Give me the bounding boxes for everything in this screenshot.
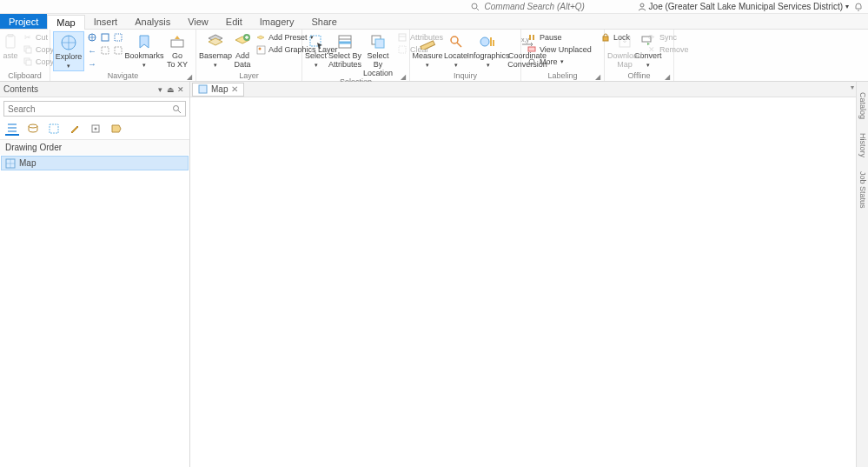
ribbon: aste ✂Cut Copy Copy Path Clipboard Explo… [0,30,868,82]
tab-map[interactable]: Map [47,15,84,30]
group-clipboard-label: Clipboard [3,71,47,81]
group-offline-label: Offline [607,71,671,81]
list-by-labeling-button[interactable] [109,122,123,136]
tab-edit[interactable]: Edit [217,14,251,29]
view-tab-strip-menu[interactable]: ▾ [851,83,854,91]
side-tab-catalog[interactable]: Catalog [858,89,867,123]
list-by-snapping-button[interactable] [89,122,103,136]
list-by-source-button[interactable] [26,122,40,136]
download-map-button[interactable]: Download Map [607,31,642,69]
nav-prev-extent[interactable]: ← [86,44,98,57]
map-icon [198,84,208,94]
svg-line-1 [476,8,479,10]
group-selection: Select▾ Select By Attributes Select By L… [302,30,410,81]
labeling-dialog-launcher[interactable]: ◢ [595,73,602,80]
nav-grid-6[interactable] [112,44,124,57]
nav-zoom-selection[interactable] [99,44,111,57]
svg-rect-15 [115,47,122,54]
svg-point-32 [480,37,489,46]
tab-insert[interactable]: Insert [85,14,127,29]
download-map-icon [616,33,633,50]
svg-point-51 [95,128,97,130]
signed-in-user[interactable]: Joe (Greater Salt Lake Municipal Service… [638,2,849,11]
svg-rect-36 [529,35,531,40]
tab-view[interactable]: View [179,14,217,29]
svg-rect-34 [493,40,494,46]
svg-rect-26 [399,34,406,41]
contents-pane-menu[interactable]: ▾ [155,85,165,94]
view-tab-label: Map [211,84,228,94]
remove-button[interactable]: ✕Remove [644,43,692,56]
notifications-icon[interactable] [854,3,863,11]
layer-map-row[interactable]: Map [1,156,189,170]
contents-pane-autohide[interactable]: ⏏ [165,85,176,94]
view-unplaced-button[interactable]: View Unplaced [524,43,594,56]
group-navigate-label: Navigate [53,71,193,81]
tab-project[interactable]: Project [0,14,47,29]
pause-labeling-button[interactable]: Pause [524,31,594,43]
copy-path-icon [23,57,33,67]
nav-fixed-zoom-in[interactable] [99,31,111,43]
svg-rect-18 [257,46,265,54]
select-icon [308,33,325,50]
svg-rect-38 [528,47,535,51]
tab-analysis[interactable]: Analysis [126,14,179,29]
svg-point-0 [472,3,477,9]
search-icon[interactable] [172,104,182,114]
select-by-location-button[interactable]: Select By Location [363,31,393,77]
search-icon [471,3,480,11]
side-tab-history[interactable]: History [858,130,867,161]
nav-next-extent[interactable]: → [86,57,98,70]
select-button[interactable]: Select▾ [305,31,327,70]
tab-imagery[interactable]: Imagery [251,14,303,29]
list-by-editing-button[interactable] [68,122,82,136]
navigate-dialog-launcher[interactable]: ◢ [187,73,194,80]
map-canvas[interactable] [190,97,856,467]
contents-pane-close[interactable]: ✕ [176,85,186,94]
nav-full-extent[interactable] [86,31,98,43]
paste-button[interactable]: aste [3,31,18,60]
bookmarks-icon [136,33,153,50]
workspace: Contents ▾ ⏏ ✕ Drawing Order Map [0,82,868,467]
svg-point-39 [529,59,534,64]
group-offline: Download Map ⟳Sync ✕Remove Offline ◢ [605,30,674,81]
selection-dialog-launcher[interactable]: ◢ [401,73,407,80]
infographics-button[interactable]: Infographics▾ [469,31,507,70]
svg-rect-13 [115,34,122,41]
command-search-input[interactable] [485,2,633,11]
explore-button[interactable]: Explore▾ [53,31,84,71]
view-tab-close[interactable]: ✕ [231,84,238,94]
goto-xy-button[interactable]: Go To XY [164,31,190,69]
contents-search-input[interactable] [8,104,172,114]
view-tab-map[interactable]: Map ✕ [192,83,244,97]
offline-dialog-launcher[interactable]: ◢ [665,73,672,80]
list-by-selection-button[interactable] [47,122,61,136]
measure-button[interactable]: Measure▾ [413,31,442,70]
locate-icon [447,33,465,50]
contents-pane: Contents ▾ ⏏ ✕ Drawing Order Map [0,82,190,467]
svg-rect-37 [533,35,534,40]
group-inquiry: Measure▾ Locate▾ Infographics▾ x,y Coord… [410,30,521,81]
user-label: Joe (Greater Salt Lake Municipal Service… [649,2,843,11]
add-data-icon [234,33,251,50]
svg-rect-29 [421,41,435,50]
select-by-attributes-button[interactable]: Select By Attributes [328,31,361,69]
nav-fixed-zoom-out[interactable] [112,31,124,43]
map-view-area: Map ✕ ▾ [190,82,856,467]
locate-button[interactable]: Locate▾ [444,31,467,70]
svg-rect-53 [199,85,207,93]
sync-button[interactable]: ⟳Sync [644,31,692,43]
add-data-button[interactable]: Add Data [234,31,251,69]
basemap-button[interactable]: Basemap▾ [199,31,232,70]
bookmarks-button[interactable]: Bookmarks▾ [126,31,162,70]
list-by-drawing-order-button[interactable] [5,122,19,136]
tab-share[interactable]: Share [303,14,346,29]
more-icon [527,57,537,67]
more-labeling-button[interactable]: More ▾ [524,56,594,68]
title-bar: Joe (Greater Salt Lake Municipal Service… [0,0,868,14]
svg-line-31 [457,43,461,47]
group-navigate: Explore▾ ← → Bookmarks▾ Go To XY [50,30,196,81]
group-inquiry-label: Inquiry [413,71,518,81]
layer-map-label: Map [19,158,36,168]
side-tab-job-status[interactable]: Job Status [858,168,867,212]
